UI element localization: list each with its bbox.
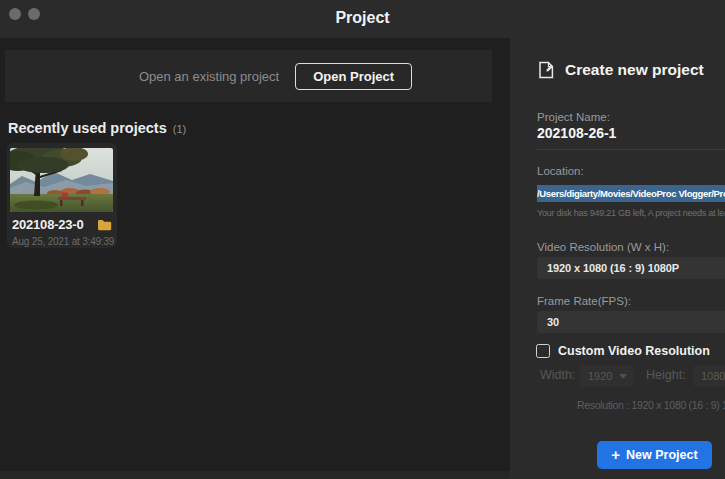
video-resolution-label: Video Resolution (W x H):: [537, 241, 669, 253]
recent-projects-heading: Recently used projects (1): [8, 120, 186, 136]
project-name: 202108-23-0: [12, 217, 84, 232]
project-title-row: 202108-23-0: [12, 217, 112, 232]
project-window: Project Open an existing project Open Pr…: [0, 0, 725, 479]
new-project-button[interactable]: + New Project: [597, 441, 712, 469]
window-bottom-edge: [0, 471, 510, 479]
folder-icon[interactable]: [97, 219, 112, 231]
new-project-button-label: New Project: [626, 448, 698, 462]
custom-resolution-row: Custom Video Resolution: [536, 344, 710, 358]
custom-resolution-label: Custom Video Resolution: [558, 344, 710, 358]
location-label: Location:: [537, 165, 584, 177]
project-date: Aug 25, 2021 at 3:49:39 PM: [12, 236, 116, 247]
frame-rate-input[interactable]: 30: [537, 311, 725, 333]
create-project-pane: Create new project Project Name: 202108-…: [510, 38, 725, 479]
recent-heading-text: Recently used projects: [8, 120, 167, 136]
height-input[interactable]: 1080: [693, 365, 725, 387]
new-document-icon: [536, 60, 556, 80]
project-name-label: Project Name:: [537, 111, 610, 123]
create-project-header: Create new project: [536, 60, 704, 80]
titlebar: Project: [0, 0, 725, 38]
plus-icon: +: [611, 446, 620, 463]
project-thumbnail: [10, 148, 113, 212]
width-dropdown[interactable]: 1920: [580, 365, 633, 387]
left-pane: Open an existing project Open Project Re…: [0, 38, 510, 479]
resolution-summary: Resolution : 1920 x 1080 (16 : 9) 108: [577, 399, 725, 411]
recent-project-card[interactable]: 202108-23-0 Aug 25, 2021 at 3:49:39 PM: [7, 143, 117, 248]
project-name-input[interactable]: 202108-26-1: [537, 125, 725, 150]
width-value: 1920: [580, 370, 619, 382]
recent-count-badge: (1): [173, 123, 186, 135]
video-resolution-select[interactable]: 1920 x 1080 (16 : 9) 1080P: [537, 257, 725, 279]
window-title: Project: [0, 9, 725, 27]
chevron-down-icon: [619, 374, 627, 379]
width-height-row: Width: 1920 Height: 1080: [510, 364, 725, 387]
location-input[interactable]: /Users/digiarty/Movies/VideoProc Vlogger…: [537, 185, 725, 202]
custom-resolution-checkbox[interactable]: [536, 344, 550, 358]
open-existing-label: Open an existing project: [139, 69, 279, 84]
open-existing-section: Open an existing project Open Project: [5, 50, 492, 102]
frame-rate-label: Frame Rate(FPS):: [537, 295, 631, 307]
height-label: Height:: [646, 364, 686, 387]
create-project-title: Create new project: [565, 61, 704, 79]
disk-space-note: Your disk has 949.21 GB left, A project …: [537, 208, 725, 218]
width-label: Width:: [540, 364, 575, 387]
open-project-button[interactable]: Open Project: [295, 63, 412, 90]
